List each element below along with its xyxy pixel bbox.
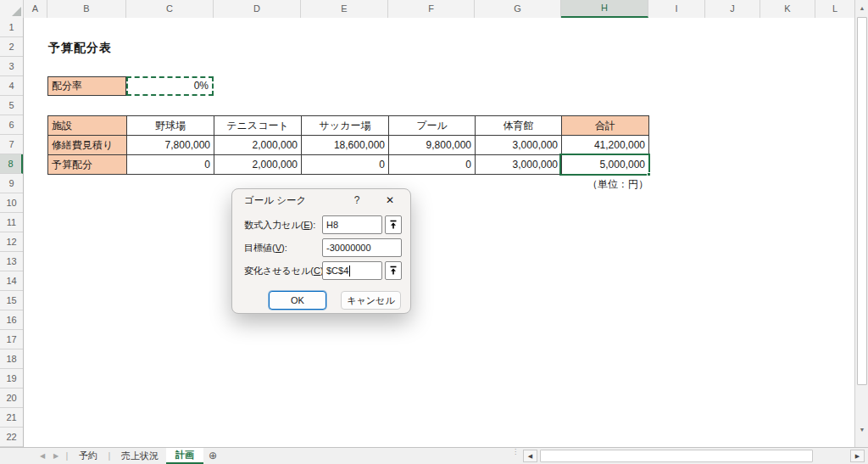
table-cell[interactable]: 41,200,000 — [562, 136, 649, 155]
row-header-16[interactable]: 16 — [0, 310, 23, 330]
table-cell[interactable]: 9,800,000 — [389, 136, 476, 155]
row-header-8-active[interactable]: 8 — [0, 154, 23, 174]
column-header-i[interactable]: I — [648, 0, 705, 18]
to-value-input[interactable]: -30000000 — [322, 238, 402, 257]
table-cell[interactable]: 18,600,000 — [302, 136, 389, 155]
row-header-20[interactable]: 20 — [0, 389, 23, 408]
to-value-row: 目標値(V): -30000000 — [244, 238, 402, 257]
cell-rate-label[interactable]: 配分率 — [47, 76, 126, 96]
column-header-k[interactable]: K — [760, 0, 815, 18]
row-header-22[interactable]: 22 — [0, 428, 23, 447]
row-header-9[interactable]: 9 — [0, 174, 23, 193]
changing-cell-input[interactable]: $C$4 — [322, 261, 382, 280]
table-cell[interactable]: 2,000,000 — [214, 155, 302, 175]
column-header-row: A B C D E F G H I J K L — [0, 0, 854, 18]
scroll-down-icon[interactable]: ▼ — [856, 423, 868, 436]
cancel-button[interactable]: キャンセル — [341, 291, 401, 310]
row-header-19[interactable]: 19 — [0, 369, 23, 389]
table-cell[interactable]: 体育館 — [476, 116, 562, 136]
collapse-dialog-icon[interactable] — [385, 261, 402, 280]
table-cell[interactable]: 野球場 — [127, 116, 214, 136]
unit-note: （単位：円） — [538, 175, 648, 193]
table-cell[interactable]: テニスコート — [214, 116, 302, 136]
table-cell[interactable]: サッカー場 — [302, 116, 389, 136]
prev-sheet-icon[interactable]: ◀ — [36, 448, 49, 464]
table-cell[interactable]: 2,000,000 — [214, 136, 302, 155]
close-icon[interactable]: ✕ — [378, 189, 402, 211]
row-header-4[interactable]: 4 — [0, 76, 23, 96]
row-header-7[interactable]: 7 — [0, 135, 23, 154]
select-all-button[interactable] — [0, 0, 24, 18]
column-header-a[interactable]: A — [24, 0, 47, 18]
dialog-titlebar[interactable]: ゴール シーク ? ✕ — [232, 189, 410, 211]
dialog-buttons: OK キャンセル — [232, 291, 401, 310]
sheet-tab-yoyaku[interactable]: 予約 — [71, 448, 105, 464]
row-header-18[interactable]: 18 — [0, 349, 23, 369]
dialog-title: ゴール シーク — [244, 195, 306, 205]
vertical-scrollbar-thumb[interactable] — [857, 17, 867, 385]
row-header-6[interactable]: 6 — [0, 115, 23, 135]
bottom-bar: ◀ ▶ | 予約 | 売上状況 計画 ⊕ ⋮ ◀ ▶ — [0, 447, 868, 464]
set-cell-label: 数式入力セル(E): — [244, 219, 322, 232]
to-value-label: 目標値(V): — [244, 242, 322, 254]
tab-separator: | — [63, 448, 71, 464]
excel-window: A B C D E F G H I J K L 1 2 3 4 5 6 7 8 … — [0, 0, 868, 464]
cell-rate-value-marquee[interactable]: 0% — [126, 76, 214, 96]
row-header-11[interactable]: 11 — [0, 213, 23, 232]
row-header-12[interactable]: 12 — [0, 232, 23, 252]
row-header-1[interactable]: 1 — [0, 18, 23, 37]
column-header-c[interactable]: C — [126, 0, 214, 18]
sheet-title: 予算配分表 — [48, 38, 112, 57]
row-header-13[interactable]: 13 — [0, 252, 23, 271]
table-cell[interactable]: 3,000,000 — [476, 155, 562, 175]
column-header-e[interactable]: E — [301, 0, 388, 18]
set-cell-input[interactable]: H8 — [322, 215, 382, 234]
tab-scrollbar-splitter[interactable]: ⋮ — [512, 450, 517, 462]
row-header-14[interactable]: 14 — [0, 271, 23, 291]
row-header-10[interactable]: 10 — [0, 193, 23, 213]
table-cell[interactable]: プール — [389, 116, 476, 136]
table-row-allocation: 予算配分 0 2,000,000 0 0 3,000,000 5,000,000 — [48, 155, 649, 175]
column-header-g[interactable]: G — [475, 0, 561, 18]
table-header-row: 施設 野球場 テニスコート サッカー場 プール 体育館 合計 — [48, 116, 649, 136]
column-header-j[interactable]: J — [705, 0, 760, 18]
sheet-canvas[interactable]: 予算配分表 配分率 0% 施設 野球場 テニスコート サッカー場 プール 体育館… — [24, 18, 854, 447]
help-icon[interactable]: ? — [347, 189, 367, 211]
column-header-b[interactable]: B — [47, 0, 126, 18]
goal-seek-dialog: ゴール シーク ? ✕ 数式入力セル(E): H8 目標値(V): -30000… — [231, 188, 411, 314]
table-cell[interactable]: 5,000,000 — [562, 155, 649, 175]
table-cell[interactable]: 施設 — [48, 116, 127, 136]
column-header-f[interactable]: F — [388, 0, 475, 18]
budget-table: 施設 野球場 テニスコート サッカー場 プール 体育館 合計 修繕費見積り 7,… — [47, 115, 649, 175]
scroll-left-icon[interactable]: ◀ — [523, 450, 537, 462]
table-cell[interactable]: 合計 — [562, 116, 649, 136]
sheet-tab-uriage[interactable]: 売上状況 — [114, 448, 166, 464]
tab-separator: | — [105, 448, 114, 464]
horizontal-scrollbar-thumb[interactable] — [540, 450, 813, 462]
add-sheet-icon[interactable]: ⊕ — [203, 448, 222, 464]
table-cell[interactable]: 0 — [389, 155, 476, 175]
table-cell[interactable]: 修繕費見積り — [48, 136, 127, 155]
ok-button[interactable]: OK — [269, 291, 326, 310]
vertical-scrollbar[interactable]: ▲ ▼ — [854, 0, 868, 450]
row-header-3[interactable]: 3 — [0, 57, 23, 76]
collapse-dialog-icon[interactable] — [385, 215, 402, 234]
row-header-2[interactable]: 2 — [0, 37, 23, 57]
sheet-tab-keikaku-active[interactable]: 計画 — [166, 448, 203, 464]
column-header-l[interactable]: L — [815, 0, 854, 18]
table-cell[interactable]: 3,000,000 — [476, 136, 562, 155]
table-cell[interactable]: 7,800,000 — [127, 136, 214, 155]
scroll-right-icon[interactable]: ▶ — [850, 450, 865, 462]
next-sheet-icon[interactable]: ▶ — [49, 448, 63, 464]
column-header-h-active[interactable]: H — [561, 0, 648, 18]
row-header-5[interactable]: 5 — [0, 96, 23, 115]
text-caret — [349, 266, 350, 277]
scroll-up-icon[interactable]: ▲ — [856, 2, 868, 14]
row-header-21[interactable]: 21 — [0, 408, 23, 428]
row-header-17[interactable]: 17 — [0, 330, 23, 349]
table-cell[interactable]: 0 — [127, 155, 214, 175]
row-header-15[interactable]: 15 — [0, 291, 23, 310]
table-cell[interactable]: 予算配分 — [48, 155, 127, 175]
table-cell[interactable]: 0 — [302, 155, 389, 175]
column-header-d[interactable]: D — [214, 0, 301, 18]
